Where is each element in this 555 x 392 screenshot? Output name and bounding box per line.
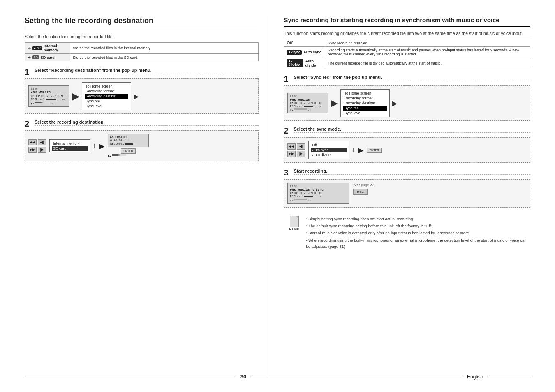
memo-label: MEMO bbox=[289, 228, 300, 231]
nav-arrow-right-1: ▶ bbox=[72, 90, 79, 102]
auto-sync-label: Auto sync bbox=[303, 50, 321, 54]
right-step-num-1: 1 bbox=[284, 75, 290, 83]
sd-card-desc: Stores the recorded files in the SD card… bbox=[70, 54, 259, 61]
sync-autosync-option[interactable]: Auto sync bbox=[311, 148, 347, 152]
memo-doc-icon bbox=[290, 216, 299, 227]
right-menu-level: Sync level bbox=[343, 111, 387, 115]
sync-off-option[interactable]: Off bbox=[312, 143, 346, 148]
menu-sd[interactable]: SD card bbox=[52, 146, 88, 151]
prev-btn[interactable]: ◀| bbox=[38, 139, 46, 145]
enter-button[interactable]: ENTER bbox=[121, 148, 136, 154]
right-menu-home: To Home screen bbox=[343, 91, 387, 96]
auto-divide-desc: The current recorded file is divided aut… bbox=[325, 58, 530, 69]
right-title: Sync recording for starting recording in… bbox=[284, 16, 530, 27]
page-language: English bbox=[462, 374, 488, 380]
auto-divide-label: Auto divide bbox=[305, 59, 322, 67]
right-nav-arrow-1: ▶ bbox=[331, 98, 338, 108]
see-page-ref: See page 32. bbox=[353, 183, 375, 187]
right-screen-1: Line ▶GK WMA128 0:00:00 / -2:00:00 RECLe… bbox=[287, 93, 328, 113]
left-column: Setting the file recording destination S… bbox=[25, 16, 267, 376]
sync-table: Off Sync recording disabled. A-Sync Auto… bbox=[284, 39, 530, 69]
page-number: 30 bbox=[236, 374, 251, 380]
rewind-btn[interactable]: ◀◀ bbox=[28, 139, 37, 145]
internal-memory-label: Internal memory bbox=[44, 44, 67, 52]
sync-next-btn[interactable]: |▶ bbox=[297, 151, 305, 157]
sync-row-off: Off Sync recording disabled. bbox=[284, 39, 530, 47]
result-screen-2: ▶SD WMA128 0:00:00 / - RECLevel bbox=[108, 134, 149, 147]
next-btn[interactable]: |▶ bbox=[38, 147, 46, 153]
recording-screen: Line ▶GK WMA128 A-Sync 0:00:00 / -2:00:0… bbox=[287, 183, 349, 204]
footer-line-end bbox=[488, 376, 530, 377]
sync-mode-arrow: ⊢▶ bbox=[353, 146, 363, 154]
a-divide-badge: A-Divide bbox=[287, 59, 303, 67]
right-step-3: 3 Start recording. Line ▶GK WMA128 A-Syn… bbox=[284, 168, 530, 208]
left-title: Setting the file recording destination bbox=[25, 16, 259, 28]
right-intro: This function starts recording or divide… bbox=[284, 31, 530, 36]
right-menu-dest: Recording destinat bbox=[343, 101, 387, 106]
menu-internal[interactable]: Internal memory bbox=[53, 141, 87, 146]
dest-select-menu: Internal memory SD card bbox=[49, 139, 90, 152]
page-footer: 30 English bbox=[0, 374, 555, 380]
step-1-content: Line ▶GK WMA128 0:00:00 / -2:00:00 RECLe… bbox=[25, 78, 259, 114]
left-intro: Select the location for storing the reco… bbox=[25, 34, 259, 39]
sync-rewind-btn[interactable]: ◀◀ bbox=[287, 143, 296, 150]
menu-item-sync: Sync rec bbox=[85, 99, 128, 104]
internal-memory-desc: Stores the recorded files in the interna… bbox=[70, 43, 259, 54]
memo-section: MEMO Simply setting sync recording does … bbox=[284, 213, 530, 253]
sync-ffwd-btn[interactable]: ▶▶ bbox=[287, 151, 296, 157]
step-2-title: Select the recording destination. bbox=[35, 120, 259, 126]
memo-item-1: Simply setting sync recording does not s… bbox=[306, 216, 528, 222]
right-step-1: 1 Select "Sync rec" from the pop-up menu… bbox=[284, 75, 530, 121]
sd-card-icon: SD bbox=[32, 55, 39, 59]
auto-sync-desc: Recording starts automatically at the st… bbox=[325, 47, 530, 58]
step-number-1: 1 bbox=[25, 68, 31, 76]
right-step-1-content: Line ▶GK WMA128 0:00:00 / -2:00:00 RECLe… bbox=[284, 85, 530, 121]
right-popup-menu-1: To Home screen Recording format Recordin… bbox=[340, 89, 390, 117]
step-number-2: 2 bbox=[25, 120, 31, 128]
right-step-3-title: Start recording. bbox=[294, 168, 530, 175]
sd-card-label: SD card bbox=[41, 55, 55, 60]
menu-item-level: Sync level bbox=[85, 104, 128, 108]
footer-line-right bbox=[251, 376, 462, 377]
memo-text: Simply setting sync recording does not s… bbox=[306, 216, 528, 250]
sync-row-autosync: A-Sync Auto sync Recording starts automa… bbox=[284, 47, 530, 58]
memo-item-3: Start of music or voice is detected only… bbox=[306, 230, 528, 236]
right-step-2: 2 Select the sync mode. ◀◀ ◀| ▶▶ |▶ bbox=[284, 127, 530, 163]
memo-item-4: When recording using the built-in microp… bbox=[306, 237, 528, 249]
step-1-title: Select "Recording destination" from the … bbox=[35, 68, 259, 74]
sync-off-desc: Sync recording disabled. bbox=[325, 39, 530, 47]
device-screen-1: Line ▶GK WMA128 0:00:00 / -2:00:00 RECLe… bbox=[28, 85, 69, 107]
sync-off-label: Off bbox=[284, 39, 325, 47]
menu-item-format: Recording format bbox=[85, 89, 128, 94]
right-menu-format: Recording format bbox=[343, 96, 387, 101]
sync-row-autodivide: A-Divide Auto divide The current recorde… bbox=[284, 58, 530, 69]
right-step-2-title: Select the sync mode. bbox=[294, 127, 530, 133]
menu-item-home: To Home screen bbox=[85, 84, 128, 89]
destination-table: ➜ ▶GK Internal memory Stores the recorde… bbox=[25, 42, 259, 61]
memo-item-2: The default sync recording setting befor… bbox=[306, 223, 528, 229]
sync-enter-button[interactable]: ENTER bbox=[367, 148, 382, 153]
ffwd-btn[interactable]: ▶▶ bbox=[28, 147, 37, 153]
sync-prev-btn[interactable]: ◀| bbox=[297, 143, 305, 150]
right-menu-sync[interactable]: Sync rec bbox=[343, 106, 387, 111]
menu-item-dest[interactable]: Recording destinat bbox=[85, 94, 128, 99]
internal-memory-icon: ▶GK bbox=[32, 46, 42, 50]
table-row: ➜ SD SD card Stores the recorded files i… bbox=[25, 54, 259, 61]
sel-to-device-arrow: ⊢▶ bbox=[94, 142, 104, 150]
a-sync-badge: A-Sync bbox=[287, 50, 302, 55]
sync-autodivide-option[interactable]: Auto divide bbox=[312, 152, 346, 157]
left-step-2: 2 Select the recording destination. ◀◀ ◀… bbox=[25, 120, 259, 161]
arrow-icon-sd: ➜ bbox=[28, 55, 31, 60]
right-menu-indicator: ▶ bbox=[392, 99, 397, 107]
menu-indicator: ▶ bbox=[134, 92, 139, 100]
rec-indicator: REC bbox=[353, 189, 368, 195]
step-2-content: ◀◀ ◀| ▶▶ |▶ Internal memory SD card bbox=[25, 130, 259, 161]
table-row: ➜ ▶GK Internal memory Stores the recorde… bbox=[25, 43, 259, 54]
sync-mode-menu: Off Auto sync Auto divide bbox=[308, 141, 349, 159]
popup-menu-1: To Home screen Recording format Recordin… bbox=[82, 82, 131, 110]
right-step-2-content: ◀◀ ◀| ▶▶ |▶ Off Auto sync Auto divide bbox=[284, 137, 530, 163]
right-column: Sync recording for starting recording in… bbox=[284, 16, 530, 376]
left-step-1: 1 Select "Recording destination" from th… bbox=[25, 68, 259, 114]
arrow-icon: ➜ bbox=[28, 46, 31, 51]
memo-icon: MEMO bbox=[286, 216, 303, 250]
